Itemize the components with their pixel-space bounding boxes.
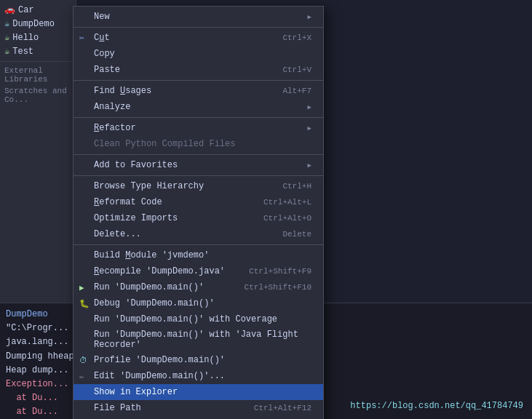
menu-label-copy: Copy (94, 49, 311, 59)
menu-label-recompile: Recompile 'DumpDemo.java' (94, 266, 231, 276)
menu-label-favorites: Add to Favorites (94, 160, 305, 170)
menu-label-run: Run 'DumpDemo.main()' (94, 282, 227, 292)
menu-label-run-jfr: Run 'DumpDemo.main()' with 'Java Flight … (94, 330, 311, 350)
menu-item-browse-hierarchy[interactable]: Browse Type Hierarchy Ctrl+H (74, 178, 323, 194)
menu-label-reformat: Reformat Code (94, 197, 246, 207)
sidebar-item-car[interactable]: 🚗 Car (0, 3, 76, 17)
menu-label-clean-python: Clean Python Compiled Files (94, 139, 311, 149)
menu-item-reformat[interactable]: Reformat Code Ctrl+Alt+L (74, 194, 323, 210)
menu-shortcut-find-usages: Alt+F7 (282, 87, 311, 95)
menu-item-open-terminal[interactable]: Open in Terminal (74, 416, 323, 419)
sidebar-item-hello[interactable]: ☕ Hello (0, 31, 76, 44)
menu-label-edit: Edit 'DumpDemo.main()'... (94, 371, 311, 381)
sidebar-item-dumpdemo[interactable]: ☕ DumpDemo (0, 17, 76, 31)
menu-label-profile: Profile 'DumpDemo.main()' (94, 355, 311, 365)
menu-item-show-explorer[interactable]: Show in Explorer (74, 384, 323, 400)
menu-item-delete[interactable]: Delete... Delete (74, 226, 323, 242)
menu-separator-2 (74, 80, 323, 81)
menu-label-build-module: Build Module 'jvmdemo' (94, 250, 311, 260)
menu-label-run-coverage: Run 'DumpDemo.main()' with Coverage (94, 314, 311, 324)
menu-separator-4 (74, 154, 323, 155)
hello-icon: ☕ (4, 32, 9, 43)
menu-item-analyze[interactable]: Analyze (74, 99, 323, 115)
run-icon: ▶ (79, 283, 84, 292)
sidebar-scratches: Scratches and Co... (0, 85, 76, 105)
menu-label-browse-hierarchy: Browse Type Hierarchy (94, 181, 265, 191)
menu-shortcut-run: Ctrl+Shift+F10 (245, 283, 311, 292)
profile-icon: ⏱ (79, 356, 87, 365)
menu-label-show-explorer: Show in Explorer (94, 387, 311, 397)
test-icon: ☕ (4, 46, 9, 57)
edit-icon: ✏ (79, 372, 84, 381)
menu-label-new: New (94, 12, 305, 22)
menu-label-debug: Debug 'DumpDemo.main()' (94, 298, 311, 308)
menu-item-run-coverage[interactable]: Run 'DumpDemo.main()' with Coverage (74, 311, 323, 327)
sidebar-label-test: Test (12, 47, 33, 57)
menu-label-optimize-imports: Optimize Imports (94, 213, 246, 223)
menu-label-analyze: Analyze (94, 102, 305, 112)
menu-item-new[interactable]: New (74, 9, 323, 25)
scissors-icon: ✂ (79, 33, 84, 43)
menu-shortcut-paste: Ctrl+V (282, 65, 311, 74)
menu-item-debug[interactable]: 🐛 Debug 'DumpDemo.main()' (74, 295, 323, 311)
menu-item-favorites[interactable]: Add to Favorites (74, 157, 323, 173)
heap-word: heap (53, 351, 74, 362)
menu-separator-3 (74, 117, 323, 118)
menu-shortcut-optimize-imports: Ctrl+Alt+O (263, 214, 311, 223)
menu-shortcut-reformat: Ctrl+Alt+L (263, 198, 311, 207)
dump-icon: ☕ (4, 18, 9, 29)
menu-item-profile[interactable]: ⏱ Profile 'DumpDemo.main()' (74, 352, 323, 368)
sidebar-item-test[interactable]: ☕ Test (0, 44, 76, 58)
menu-separator-6 (74, 244, 323, 245)
menu-item-clean-python: Clean Python Compiled Files (74, 136, 323, 152)
menu-shortcut-delete: Delete (282, 230, 311, 239)
menu-shortcut-file-path: Ctrl+Alt+F12 (254, 404, 311, 412)
menu-item-run[interactable]: ▶ Run 'DumpDemo.main()' Ctrl+Shift+F10 (74, 279, 323, 295)
menu-item-recompile[interactable]: Recompile 'DumpDemo.java' Ctrl+Shift+F9 (74, 263, 323, 279)
car-icon: 🚗 (4, 4, 15, 15)
menu-separator-1 (74, 27, 323, 28)
menu-item-refactor[interactable]: Refactor (74, 120, 323, 136)
menu-shortcut-browse-hierarchy: Ctrl+H (282, 182, 311, 191)
sidebar-label-hello: Hello (12, 33, 39, 43)
menu-separator-5 (74, 175, 323, 176)
url-text: https://blog.csdn.net/qq_41784749 (350, 399, 523, 413)
menu-item-find-usages[interactable]: Find Usages Alt+F7 (74, 83, 323, 99)
menu-label-cut: Cut (94, 33, 265, 43)
debug-icon: 🐛 (79, 299, 90, 308)
menu-label-find-usages: Find Usages (94, 86, 265, 96)
menu-item-copy[interactable]: Copy (74, 46, 323, 62)
menu-item-cut[interactable]: ✂ Cut Ctrl+X (74, 30, 323, 46)
menu-item-optimize-imports[interactable]: Optimize Imports Ctrl+Alt+O (74, 210, 323, 226)
context-menu: New ✂ Cut Ctrl+X Copy Paste Ctrl+V Find … (73, 6, 324, 419)
menu-item-paste[interactable]: Paste Ctrl+V (74, 62, 323, 78)
menu-item-run-jfr[interactable]: Run 'DumpDemo.main()' with 'Java Flight … (74, 327, 323, 352)
sidebar-label-car: Car (18, 5, 34, 15)
menu-shortcut-cut: Ctrl+X (282, 33, 311, 42)
sidebar-divider (0, 61, 76, 62)
menu-item-build-module[interactable]: Build Module 'jvmdemo' (74, 247, 323, 263)
sidebar-external: External Libraries (0, 65, 76, 85)
menu-shortcut-recompile: Ctrl+Shift+F9 (249, 267, 311, 276)
menu-label-paste: Paste (94, 65, 265, 75)
menu-item-file-path[interactable]: File Path Ctrl+Alt+F12 (74, 400, 323, 416)
menu-item-edit[interactable]: ✏ Edit 'DumpDemo.main()'... (74, 368, 323, 384)
menu-label-file-path: File Path (94, 403, 237, 413)
sidebar-label-dumpdemo: DumpDemo (12, 19, 55, 29)
menu-label-delete: Delete... (94, 229, 265, 239)
menu-label-refactor: Refactor (94, 123, 305, 133)
